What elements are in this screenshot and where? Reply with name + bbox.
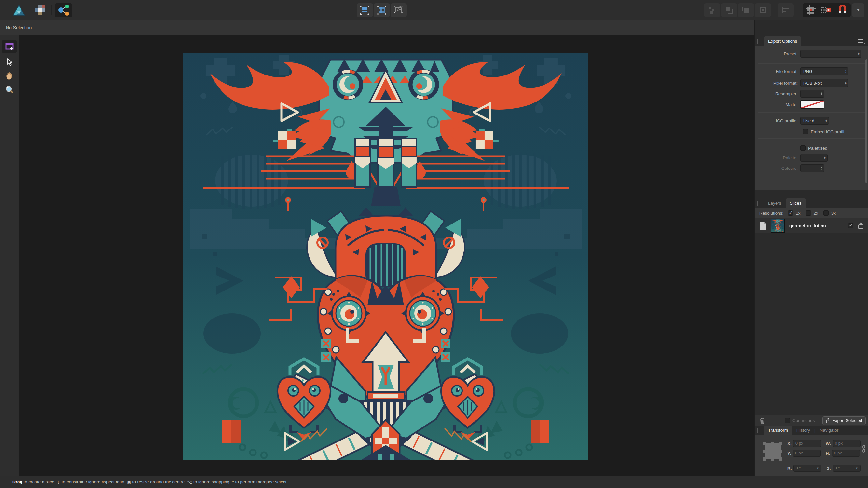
command-key-symbol: ⌘	[127, 480, 131, 485]
s-label: S:	[827, 466, 831, 471]
preset-label: Preset:	[755, 52, 798, 56]
slice-list-item[interactable]: geometric_totem	[755, 218, 868, 234]
pixel-grid-snap-icon[interactable]	[805, 5, 816, 15]
tab-layers[interactable]: Layers	[764, 198, 786, 208]
status-text: to create a slice.	[23, 480, 57, 484]
h-field[interactable]: 0 px	[832, 450, 860, 457]
move-forward-button-disabled[interactable]	[738, 3, 754, 17]
context-bar: No Selection	[0, 20, 754, 35]
status-text: to ignore snapping.	[192, 480, 232, 484]
status-text: to constrain / ignore aspect ratio.	[61, 480, 127, 484]
status-bar: Drag to create a slice. ⇧ to constrain /…	[0, 476, 868, 488]
s-field[interactable]: 0 °▼	[833, 464, 861, 472]
panel-grip-icon[interactable]	[757, 39, 761, 44]
r-field[interactable]: 0 °▼	[794, 464, 822, 472]
snapping-options-dropdown[interactable]: ▼	[852, 3, 864, 17]
palettised-checkbox[interactable]	[800, 145, 806, 151]
move-whole-pixels-icon[interactable]	[821, 5, 833, 15]
pixel-persona-icon	[35, 5, 46, 15]
status-text: to resize around the centre.	[131, 480, 187, 484]
stepper-icon: ▲▼	[820, 92, 823, 95]
view-tool-button[interactable]	[2, 55, 17, 69]
x-field[interactable]: 0 px	[793, 440, 821, 447]
stepper-icon: ▲▼	[824, 156, 826, 159]
affinity-designer-logo[interactable]	[11, 3, 27, 17]
continuous-checkbox[interactable]	[785, 418, 790, 423]
resolution-3x-checkbox[interactable]	[824, 210, 829, 216]
export-options-tabbar: Export Options	[755, 36, 868, 46]
chevron-down-icon: ▼	[857, 8, 860, 12]
link-dimensions-icon[interactable]	[862, 445, 865, 453]
group-icon	[708, 5, 717, 14]
zoom-tool-button[interactable]	[2, 83, 17, 96]
trash-icon[interactable]	[759, 417, 765, 424]
pixel-persona-button[interactable]	[33, 3, 48, 17]
move-to-back-button-disabled[interactable]	[721, 3, 737, 17]
matte-color-swatch[interactable]	[800, 100, 825, 109]
resolutions-label: Resolutions:	[759, 211, 783, 216]
resampler-select[interactable]: ▲▼	[800, 90, 825, 98]
top-toolbar: ▼	[0, 0, 868, 21]
selection-status: No Selection	[6, 25, 32, 30]
alignment-button-disabled[interactable]	[777, 3, 794, 17]
slice-list-empty-area[interactable]	[755, 233, 868, 415]
chevron-down-icon: ▼	[816, 466, 819, 470]
icc-profile-select[interactable]: Use d… ▲▼	[800, 117, 829, 125]
embed-icc-checkbox[interactable]	[803, 129, 808, 134]
resolution-2x-checkbox[interactable]	[806, 210, 811, 216]
panel-menu-icon[interactable]	[857, 38, 865, 44]
panel-grip-icon[interactable]	[757, 428, 761, 433]
export-persona-button-active[interactable]	[55, 3, 72, 17]
tab-export-options[interactable]: Export Options	[764, 36, 801, 46]
stepper-icon: ▲▼	[858, 52, 860, 55]
r-label: R:	[787, 466, 792, 471]
move-by-whole-pixels-button[interactable]	[374, 3, 390, 17]
colours-select[interactable]: ▲▼	[800, 164, 825, 172]
pixel-format-label: Pixel format:	[755, 81, 798, 86]
canvas-viewport[interactable]	[19, 35, 754, 476]
share-icon	[826, 418, 830, 423]
stepper-icon: ▲▼	[820, 167, 823, 170]
resolution-2x-label: 2x	[814, 211, 818, 216]
file-format-select[interactable]: PNG ▲▼	[800, 67, 848, 75]
panel-grip-icon[interactable]	[757, 201, 761, 206]
slice-tool-button-active[interactable]	[2, 40, 17, 53]
force-pixel-alignment-button[interactable]	[357, 3, 373, 17]
arrange-forward-icon	[741, 5, 750, 14]
slices-footer: Continuous Export Selected	[755, 415, 868, 426]
transform-body: X: 0 px W: 0 px Y: 0 px H: 0 px R: 0 °▼ …	[755, 435, 868, 478]
export-slice-icon[interactable]	[858, 222, 864, 229]
y-field[interactable]: 0 px	[793, 450, 821, 457]
toolbar-separator	[52, 5, 52, 15]
palettised-label: Palettised	[808, 146, 827, 151]
move-to-front-button-disabled[interactable]	[755, 3, 771, 17]
resampler-label: Resampler:	[755, 91, 798, 96]
resolution-1x-label: 1x	[796, 211, 800, 216]
slice-export-checkbox[interactable]	[848, 223, 854, 228]
colours-label: Colours:	[755, 166, 798, 171]
preset-select[interactable]: ▲▼	[800, 50, 862, 58]
pixel-format-select[interactable]: RGB 8-bit ▲▼	[800, 79, 848, 87]
affinity-export-persona-window: ▼ No Selection	[0, 0, 868, 488]
tab-history[interactable]: History	[792, 426, 814, 435]
w-label: W:	[826, 441, 831, 446]
export-selected-button[interactable]: Export Selected	[823, 416, 866, 425]
hand-tool-button[interactable]	[2, 69, 17, 83]
tool-strip	[0, 35, 19, 476]
export-options-scrollbar[interactable]	[865, 59, 867, 183]
transform-tabbar: Transform History | Navigator	[755, 426, 868, 435]
totem-artwork	[183, 53, 588, 460]
chevron-down-icon: ▼	[855, 466, 858, 470]
affinity-triangle-icon	[13, 4, 25, 16]
group-button-disabled[interactable]	[704, 3, 720, 17]
divider	[758, 112, 865, 112]
snapping-magnet-icon[interactable]	[837, 5, 848, 15]
w-field[interactable]: 0 px	[833, 440, 861, 447]
tab-navigator[interactable]: Navigator	[815, 426, 843, 435]
palette-select[interactable]: ▲▼	[800, 154, 828, 162]
tab-slices[interactable]: Slices	[786, 198, 806, 208]
tab-transform[interactable]: Transform	[764, 426, 792, 435]
stepper-icon: ▲▼	[844, 82, 847, 85]
resolution-1x-checkbox[interactable]	[788, 210, 793, 216]
slice-from-selection-button[interactable]	[391, 3, 407, 17]
